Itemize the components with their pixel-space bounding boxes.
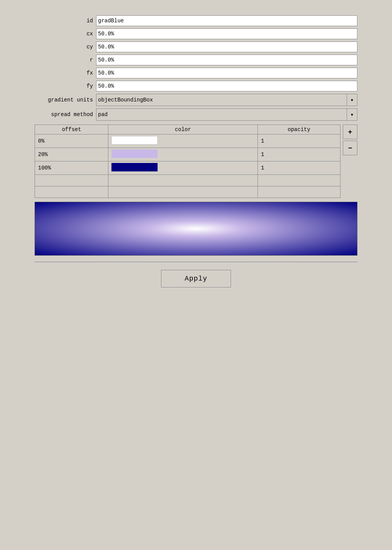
spread-method-row: spread method pad ▼ <box>35 108 357 121</box>
gradient-stops-table: offset color opacity 0% 1 20% <box>35 125 341 198</box>
fx-label: fx <box>35 70 96 76</box>
fx-row: fx <box>35 68 357 78</box>
fy-input[interactable] <box>96 81 357 91</box>
col-header-offset: offset <box>35 125 108 135</box>
cy-input[interactable] <box>96 42 357 52</box>
cx-input[interactable] <box>96 28 357 39</box>
row0-color <box>108 135 258 148</box>
row1-offset: 20% <box>35 148 108 161</box>
row2-offset: 100% <box>35 161 108 175</box>
gradient-editor-panel: id cx cy r fx fy gradient units objectBo… <box>23 8 369 295</box>
row2-opacity: 1 <box>257 161 340 175</box>
r-label: r <box>35 57 96 63</box>
id-label: id <box>35 18 96 24</box>
gradient-units-row: gradient units objectBoundingBox ▼ <box>35 94 357 106</box>
gradient-units-value: objectBoundingBox <box>98 97 153 103</box>
spread-method-label: spread method <box>35 111 96 118</box>
row2-color <box>108 161 258 175</box>
spread-method-select-wrapper: pad ▼ <box>96 108 357 121</box>
spread-method-dropdown-btn[interactable]: ▼ <box>347 108 357 121</box>
apply-button[interactable]: Apply <box>161 270 231 287</box>
r-row: r <box>35 55 357 65</box>
gradient-preview <box>35 202 357 256</box>
col-header-opacity: opacity <box>257 125 340 135</box>
id-input[interactable] <box>96 15 357 26</box>
gradient-units-dropdown-btn[interactable]: ▼ <box>347 94 357 106</box>
apply-section: Apply <box>35 270 357 287</box>
add-stop-button[interactable]: + <box>343 125 357 139</box>
r-input[interactable] <box>96 55 357 65</box>
remove-stop-button[interactable]: − <box>343 141 357 155</box>
cy-row: cy <box>35 42 357 52</box>
table-row: 20% 1 <box>35 148 341 161</box>
table-row: 100% 1 <box>35 161 341 175</box>
fy-row: fy <box>35 81 357 91</box>
empty-row <box>35 175 341 186</box>
table-action-buttons: + − <box>343 125 357 155</box>
cx-row: cx <box>35 28 357 39</box>
row0-offset: 0% <box>35 135 108 148</box>
gradient-units-select-wrapper: objectBoundingBox ▼ <box>96 94 357 106</box>
row1-color <box>108 148 258 161</box>
gradient-stops-section: offset color opacity 0% 1 20% <box>35 125 357 198</box>
cy-label: cy <box>35 44 96 50</box>
gradient-units-display: objectBoundingBox <box>96 94 347 106</box>
spread-method-value: pad <box>98 111 108 118</box>
table-row: 0% 1 <box>35 135 341 148</box>
empty-row <box>35 186 341 198</box>
cx-label: cx <box>35 31 96 37</box>
id-row: id <box>35 15 357 26</box>
spread-method-display: pad <box>96 108 347 121</box>
row1-opacity: 1 <box>257 148 340 161</box>
gradient-units-label: gradient units <box>35 97 96 103</box>
col-header-color: color <box>108 125 258 135</box>
fy-label: fy <box>35 83 96 89</box>
row0-opacity: 1 <box>257 135 340 148</box>
separator <box>35 262 357 262</box>
fx-input[interactable] <box>96 68 357 78</box>
